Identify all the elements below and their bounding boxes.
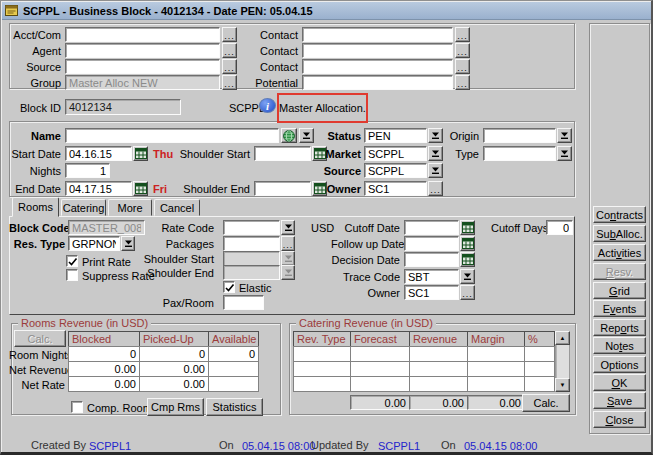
ellipsis-icon: ... [224, 65, 235, 73]
packages-lookup-button[interactable]: ... [281, 236, 295, 251]
statistics-button[interactable]: Statistics [206, 398, 263, 416]
tab-label: Rooms [18, 201, 53, 213]
name-profile-button[interactable] [281, 128, 297, 143]
source-input[interactable] [364, 163, 427, 178]
calendar-icon [462, 222, 474, 233]
source-lov-button[interactable] [428, 163, 443, 178]
trace-code-input[interactable] [404, 269, 459, 284]
tab-cancel[interactable]: Cancel [154, 199, 200, 216]
elastic-checkbox[interactable] [223, 281, 235, 293]
end-date-calendar-button[interactable] [133, 181, 148, 196]
cutoff-date-input[interactable] [404, 220, 459, 235]
potential-input[interactable] [302, 75, 453, 90]
nights-input[interactable] [65, 163, 110, 178]
pax-room-input[interactable] [223, 295, 264, 310]
type-input[interactable] [483, 146, 556, 161]
room-nights-picked-up-cell: 0 [139, 346, 209, 362]
events-button[interactable]: Events [593, 300, 646, 317]
block-id-label: Block ID [9, 102, 61, 114]
origin-input[interactable] [483, 128, 556, 143]
tab-catering[interactable]: Catering [61, 199, 106, 216]
scroll-down-button[interactable]: ▼ [555, 378, 570, 392]
info-icon[interactable]: i [259, 98, 276, 113]
follow-up-date-input[interactable] [404, 236, 459, 251]
catering-calc-button[interactable]: Calc. [522, 394, 570, 412]
agent-label: Agent [9, 45, 61, 57]
agent-input[interactable] [65, 43, 220, 58]
tab-more[interactable]: More [108, 199, 152, 216]
cmp-rms-button[interactable]: Cmp Rms [147, 398, 204, 416]
button-label: Cmp Rms [151, 401, 200, 413]
tab-owner-lookup-button[interactable]: ... [460, 285, 475, 300]
contact2-input[interactable] [302, 43, 453, 58]
group-lookup-button[interactable]: ... [222, 75, 237, 90]
block-id-field [65, 99, 181, 115]
contracts-button[interactable]: Contracts [593, 206, 646, 223]
ellipsis-icon: ... [224, 81, 235, 89]
dropdown-icon [560, 131, 569, 140]
agent-lookup-button[interactable]: ... [222, 43, 237, 58]
sub-alloc-button[interactable]: Sub Alloc. [593, 225, 646, 242]
contact3-lookup-button[interactable]: ... [455, 59, 470, 74]
ellipsis-icon: ... [224, 49, 235, 57]
decision-date-calendar-button[interactable] [460, 252, 475, 267]
contact1-lookup-button[interactable]: ... [455, 27, 470, 42]
notes-button[interactable]: Notes [593, 337, 646, 354]
suppress-rate-checkbox[interactable] [66, 269, 78, 281]
reports-button[interactable]: Reports [593, 319, 646, 336]
rate-code-lov-button[interactable] [281, 220, 295, 235]
start-date-label: Start Date [9, 148, 61, 160]
potential-lookup-button[interactable]: ... [455, 75, 470, 90]
calendar-icon [135, 148, 147, 159]
tab-owner-input[interactable] [404, 285, 459, 300]
start-date-input[interactable] [65, 146, 132, 161]
contact1-input[interactable] [302, 27, 453, 42]
acct-com-input[interactable] [65, 27, 220, 42]
source-account-input[interactable] [65, 59, 220, 74]
cutoff-date-calendar-button[interactable] [460, 220, 475, 235]
res-type-lov-button[interactable] [121, 236, 135, 251]
res-type-input[interactable] [68, 236, 120, 251]
owner-lookup-button[interactable]: ... [428, 181, 443, 196]
button-label: Statistics [212, 401, 256, 413]
type-lov-button[interactable] [557, 146, 572, 161]
source-account-label: Source [9, 61, 61, 73]
contact2-lookup-button[interactable]: ... [455, 43, 470, 58]
close-button[interactable]: Close [593, 411, 646, 428]
group-input[interactable] [65, 75, 220, 90]
rate-code-label: Rate Code [149, 222, 214, 234]
scroll-up-button[interactable]: ▲ [555, 331, 570, 345]
trace-code-lov-button[interactable] [460, 269, 475, 284]
start-date-calendar-button[interactable] [133, 146, 148, 161]
origin-lov-button[interactable] [557, 128, 572, 143]
follow-up-date-calendar-button[interactable] [460, 236, 475, 251]
owner-input[interactable] [364, 181, 427, 196]
acct-com-lookup-button[interactable]: ... [222, 27, 237, 42]
title-bar[interactable]: SCPPL - Business Block - 4012134 - Date … [2, 2, 651, 20]
end-date-input[interactable] [65, 181, 132, 196]
tab-shoulder-end-input [223, 265, 280, 280]
tab-rooms[interactable]: Rooms [12, 197, 59, 217]
options-button[interactable]: Options [593, 356, 646, 373]
name-input[interactable] [65, 128, 279, 143]
revenue-total: 0.00 [409, 395, 468, 410]
contact3-input[interactable] [302, 59, 453, 74]
grid-button[interactable]: Grid [593, 282, 646, 299]
activities-button[interactable]: Activities [593, 244, 646, 261]
created-on-label: On [219, 439, 234, 451]
ok-button[interactable]: OK [593, 374, 646, 391]
column-header-margin: Margin [467, 331, 525, 347]
cutoff-days-input[interactable] [546, 220, 573, 235]
tab-shoulder-start-label: Shoulder Start [141, 253, 214, 265]
packages-input[interactable] [223, 236, 280, 251]
market-input[interactable] [364, 146, 427, 161]
comp-rooms-checkbox[interactable] [71, 401, 83, 413]
decision-date-input[interactable] [404, 252, 459, 267]
rate-code-input[interactable] [223, 220, 280, 235]
calendar-icon [462, 254, 474, 265]
print-rate-checkbox[interactable] [66, 255, 78, 267]
source-account-lookup-button[interactable]: ... [222, 59, 237, 74]
status-input[interactable] [364, 128, 427, 143]
block-code-input [68, 220, 145, 235]
save-button[interactable]: Save [593, 392, 646, 409]
